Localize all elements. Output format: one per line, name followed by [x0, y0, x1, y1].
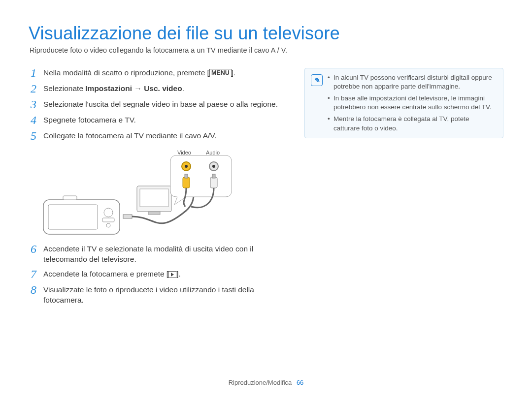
step-number: 8	[29, 284, 38, 296]
content-columns: 1 Nella modalità di scatto o riproduzion…	[29, 68, 503, 311]
tv-icon	[137, 186, 171, 215]
manual-page: Visualizzazione dei file su un televisor…	[0, 0, 532, 401]
svg-point-13	[212, 165, 215, 168]
svg-point-2	[104, 208, 113, 217]
footer-page-number: 66	[297, 379, 303, 386]
connection-diagram: Video Audio	[29, 147, 285, 240]
svg-rect-17	[212, 174, 215, 178]
step-text: Accendete il TV e selezionate la modalit…	[43, 244, 285, 265]
note-item: In base alle impostazioni del televisore…	[328, 94, 497, 112]
step-number: 3	[29, 98, 38, 110]
step-text: Collegate la fotocamera al TV mediante i…	[43, 131, 285, 141]
step-6: 6 Accendete il TV e selezionate la modal…	[29, 244, 285, 265]
svg-rect-5	[63, 196, 77, 200]
svg-point-11	[185, 165, 188, 168]
callout-bubble	[170, 155, 232, 208]
svg-rect-14	[183, 177, 190, 188]
step-number: 4	[29, 114, 38, 126]
step-text-part: Nella modalità di scatto o riproduzione,…	[43, 68, 209, 77]
page-title: Visualizzazione dei file su un televisor…	[29, 24, 503, 43]
step-number: 5	[29, 130, 38, 142]
step-8: 8 Visualizzate le foto o riproducete i v…	[29, 285, 285, 306]
step-text: Spegnete fotocamera e TV.	[43, 115, 285, 125]
camera-icon	[43, 196, 120, 234]
step-text: Selezionate Impostazioni → Usc. video.	[43, 84, 285, 94]
step-number: 7	[29, 268, 38, 280]
note-list: In alcuni TV possono verificarsi disturb…	[328, 73, 497, 133]
svg-rect-6	[123, 215, 132, 218]
step-text-part: .	[182, 84, 184, 93]
step-number: 6	[29, 243, 38, 255]
step-text: Selezionate l'uscita del segnale video i…	[43, 99, 285, 110]
step-number: 2	[29, 83, 38, 94]
note-icon: ✎	[311, 74, 323, 86]
svg-rect-4	[102, 218, 114, 222]
step-2: 2 Selezionate Impostazioni → Usc. video.	[29, 84, 285, 94]
note-item: In alcuni TV possono verificarsi disturb…	[328, 73, 497, 91]
step-7: 7 Accendete la fotocamera e premete [].	[29, 269, 285, 280]
right-column: ✎ In alcuni TV possono verificarsi distu…	[304, 68, 503, 138]
diagram-label-video: Video	[177, 150, 191, 155]
menu-button-label: MENU	[209, 69, 232, 77]
step-3: 3 Selezionate l'uscita del segnale video…	[29, 99, 285, 110]
diagram-label-audio: Audio	[206, 150, 220, 155]
step-text-part: Accendete la fotocamera e premete [	[43, 270, 168, 278]
step-4: 4 Spegnete fotocamera e TV.	[29, 115, 285, 126]
page-footer: Riproduzione/Modifica 66	[0, 379, 532, 386]
step-text: Nella modalità di scatto o riproduzione,…	[43, 68, 285, 78]
step-text-part: Selezionate	[43, 84, 85, 93]
svg-rect-8	[140, 189, 168, 207]
step-text: Accendete la fotocamera e premete [].	[43, 269, 285, 279]
note-item: Mentre la fotocamera è collegata al TV, …	[328, 115, 497, 132]
step-text-part: ].	[176, 270, 181, 278]
svg-rect-16	[210, 177, 217, 188]
step-text: Visualizzate le foto o riproducete i vid…	[43, 285, 285, 306]
svg-rect-9	[148, 212, 160, 215]
step-5: 5 Collegate la fotocamera al TV mediante…	[29, 131, 285, 142]
play-icon	[168, 271, 176, 278]
svg-point-3	[106, 223, 110, 227]
svg-rect-1	[48, 205, 98, 229]
note-box: ✎ In alcuni TV possono verificarsi distu…	[304, 68, 503, 138]
svg-rect-15	[185, 174, 188, 178]
step-text-bold: Impostazioni → Usc. video	[85, 84, 182, 93]
step-text-part: ].	[232, 68, 236, 77]
footer-section: Riproduzione/Modifica	[229, 379, 292, 386]
left-column: 1 Nella modalità di scatto o riproduzion…	[29, 68, 285, 311]
page-subtitle: Riproducete foto o video collegando la f…	[30, 46, 503, 54]
diagram-svg	[29, 147, 285, 240]
step-number: 1	[29, 67, 38, 79]
step-1: 1 Nella modalità di scatto o riproduzion…	[29, 68, 285, 79]
